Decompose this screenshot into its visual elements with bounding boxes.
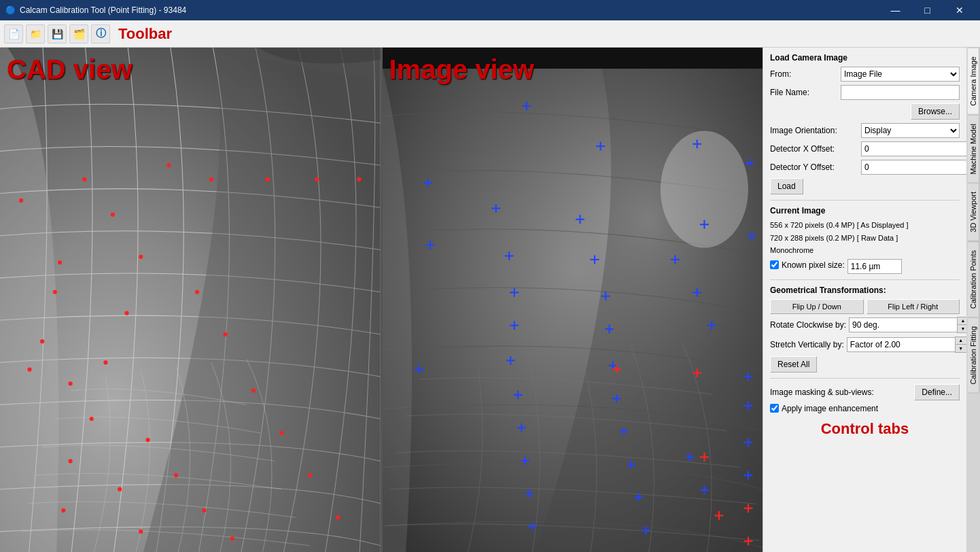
svg-point-25 [145, 438, 150, 442]
enhancement-label: Apply image enhancement [782, 404, 878, 413]
rotate-input[interactable] [849, 317, 957, 332]
image-info-3: Monochrome [770, 245, 960, 256]
known-pixel-input[interactable] [847, 259, 902, 274]
svg-point-29 [118, 487, 122, 491]
detector-y-input[interactable] [861, 160, 966, 175]
svg-point-13 [61, 508, 65, 513]
from-label: From: [770, 69, 838, 79]
flip-left-right-button[interactable]: Flip Left / Right [867, 299, 960, 314]
reset-row: Reset All [770, 356, 960, 373]
image-canvas[interactable] [383, 48, 763, 552]
tab-machine-model[interactable]: Machine Model [968, 115, 979, 184]
svg-point-4 [40, 339, 44, 343]
maximize-button[interactable]: □ [912, 0, 943, 20]
info-button[interactable]: ⓘ [91, 24, 110, 44]
save-button[interactable]: 💾 [48, 24, 67, 44]
divider1 [770, 200, 960, 201]
svg-point-31 [69, 381, 73, 385]
known-pixel-label: Known pixel size: [782, 260, 845, 270]
svg-point-12 [69, 459, 73, 463]
browse-row: Browse... [770, 103, 960, 120]
image-viewport[interactable]: Image view [381, 48, 763, 552]
svg-point-24 [336, 515, 340, 519]
svg-point-23 [308, 473, 312, 477]
svg-point-30 [139, 530, 143, 534]
load-button[interactable]: Load [770, 178, 803, 194]
stretch-spin-buttons: ▲ ▼ [955, 337, 966, 353]
divider2 [770, 279, 960, 280]
svg-point-11 [90, 417, 94, 421]
side-tabs: Camera Image Machine Model 3D Viewport C… [966, 48, 980, 552]
svg-point-19 [195, 290, 199, 294]
rotate-spin-buttons: ▲ ▼ [957, 317, 966, 333]
detector-x-input[interactable] [861, 141, 966, 156]
stretch-spin-down[interactable]: ▼ [956, 345, 966, 352]
rotate-label: Rotate Clockwise by: [770, 320, 846, 330]
browse-button[interactable]: Browse... [911, 103, 960, 120]
stretch-row: Stretch Vertically by: ▲ ▼ [770, 337, 960, 353]
filename-row: File Name: [770, 85, 960, 100]
svg-point-8 [139, 255, 143, 259]
svg-point-3 [53, 290, 57, 294]
close-button[interactable]: ✕ [944, 0, 975, 20]
svg-point-6 [82, 177, 86, 182]
titlebar-title: Calcam Calibration Tool (Point Fitting) … [20, 5, 186, 15]
svg-point-1 [19, 199, 23, 203]
tab-calibration-points[interactable]: Calibration Points [968, 241, 979, 317]
svg-point-16 [266, 177, 270, 182]
image-info-2: 720 x 288 pixels (0.2 MP) [ Raw Data ] [770, 232, 960, 244]
tab-3d-viewport[interactable]: 3D Viewport [968, 183, 979, 241]
flip-up-down-button[interactable]: Flip Up / Down [770, 299, 864, 314]
svg-point-22 [279, 431, 283, 435]
rotate-row: Rotate Clockwise by: ▲ ▼ [770, 317, 960, 333]
control-tabs-label: Control tabs [770, 420, 960, 438]
save-as-button[interactable]: 🗂️ [69, 24, 88, 44]
tab-camera-image[interactable]: Camera Image [968, 48, 979, 115]
filename-input[interactable] [841, 85, 960, 100]
image-orientation-row: Image Orientation: Display Detector [770, 123, 960, 138]
stretch-spin: ▲ ▼ [847, 337, 966, 353]
known-pixel-checkbox[interactable] [770, 260, 779, 269]
current-image-title: Current Image [770, 206, 960, 215]
open-button[interactable]: 📁 [26, 24, 45, 44]
masking-label: Image masking & sub-views: [770, 387, 911, 397]
svg-point-2 [58, 260, 62, 264]
svg-point-27 [202, 508, 206, 513]
svg-rect-32 [383, 48, 763, 69]
svg-point-28 [230, 536, 234, 540]
toolbar-label: Toolbar [118, 25, 172, 43]
from-select[interactable]: Image File Camera [841, 67, 960, 82]
detector-y-label: Detector Y Offset: [770, 162, 858, 172]
load-camera-image-title: Load Camera Image [770, 53, 960, 63]
control-area: Load Camera Image From: Image File Camer… [763, 48, 966, 552]
reset-all-button[interactable]: Reset All [770, 356, 817, 373]
known-pixel-row: Known pixel size: [770, 259, 960, 274]
svg-point-5 [27, 367, 31, 371]
svg-point-20 [223, 332, 227, 337]
svg-point-10 [103, 360, 107, 364]
stretch-input[interactable] [847, 337, 955, 352]
cad-viewport[interactable]: CAD view [0, 48, 381, 552]
detector-x-label: Detector X Offset: [770, 144, 858, 154]
new-button[interactable]: 📄 [4, 24, 23, 44]
known-pixel-checkbox-row: Known pixel size: [770, 260, 845, 270]
svg-point-15 [209, 177, 213, 182]
svg-point-7 [111, 213, 115, 217]
rotate-spin-down[interactable]: ▼ [958, 325, 966, 332]
stretch-spin-up[interactable]: ▲ [956, 337, 966, 345]
titlebar-controls: — □ ✕ [880, 0, 975, 20]
filename-label: File Name: [770, 88, 838, 97]
tab-calibration-fitting[interactable]: Calibration Fitting [968, 317, 979, 394]
masking-row: Image masking & sub-views: Define... [770, 384, 960, 400]
enhancement-checkbox[interactable] [770, 404, 779, 413]
image-orientation-select[interactable]: Display Detector [861, 123, 960, 138]
flip-row: Flip Up / Down Flip Left / Right [770, 299, 960, 314]
viewports: CAD view [0, 48, 763, 552]
define-button[interactable]: Define... [914, 384, 960, 400]
rotate-spin-up[interactable]: ▲ [958, 317, 966, 325]
right-panel: Load Camera Image From: Image File Camer… [763, 48, 980, 552]
svg-point-26 [174, 473, 178, 477]
cad-canvas[interactable] [0, 48, 381, 552]
from-row: From: Image File Camera [770, 67, 960, 82]
minimize-button[interactable]: — [880, 0, 911, 20]
